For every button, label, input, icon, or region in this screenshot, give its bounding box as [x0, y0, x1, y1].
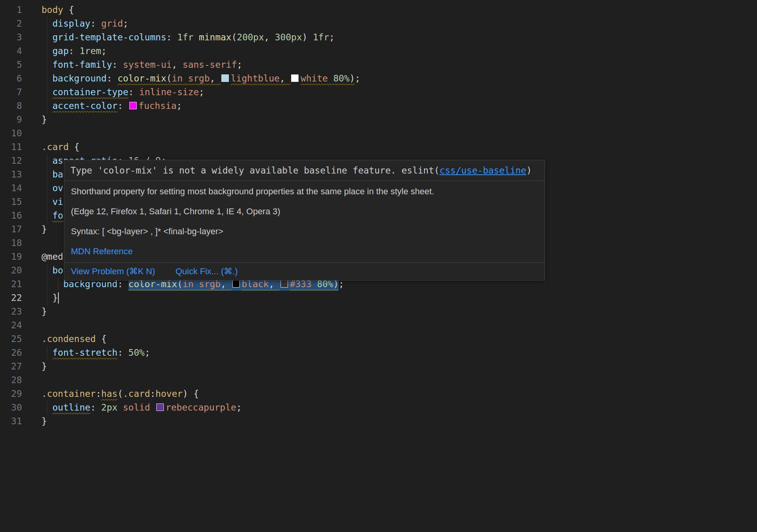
code-token: :: [118, 347, 129, 358]
line-number[interactable]: 11: [0, 140, 22, 154]
line-number[interactable]: 23: [0, 305, 22, 318]
code-token: [42, 279, 63, 289]
code-token: ;: [237, 60, 243, 70]
code-token: (: [118, 389, 123, 399]
line-number[interactable]: 4: [0, 44, 22, 58]
code-token: [328, 73, 333, 83]
code-content: .condensed {: [42, 332, 757, 346]
code-line-26[interactable]: 26 font-stretch: 50%;: [0, 346, 757, 360]
code-token: inline-size: [139, 87, 199, 97]
line-number[interactable]: 3: [0, 31, 22, 44]
code-line-7[interactable]: 7 container-type: inline-size;: [0, 85, 757, 99]
code-editor[interactable]: 1body {2 display: grid;3 grid-template-c…: [0, 0, 757, 532]
line-number[interactable]: 19: [0, 250, 22, 264]
line-number[interactable]: 30: [0, 401, 22, 414]
color-swatch[interactable]: [129, 102, 137, 109]
code-line-2[interactable]: 2 display: grid;: [0, 17, 757, 31]
color-swatch[interactable]: [221, 74, 229, 82]
code-line-3[interactable]: 3 grid-template-columns: 1fr minmax(200p…: [0, 31, 757, 44]
code-line-10[interactable]: 10: [0, 127, 757, 140]
code-token: {: [63, 5, 74, 15]
color-swatch[interactable]: [232, 280, 240, 288]
code-line-23[interactable]: 23}: [0, 305, 757, 318]
line-number[interactable]: 8: [0, 99, 22, 113]
code-token: [118, 402, 123, 413]
line-number[interactable]: 31: [0, 414, 22, 428]
line-number[interactable]: 1: [0, 3, 22, 17]
code-token: ,: [264, 32, 275, 42]
line-number[interactable]: 27: [0, 360, 22, 373]
code-token: has: [101, 389, 118, 399]
code-line-11[interactable]: 11.card {: [0, 140, 757, 154]
code-line-27[interactable]: 27}: [0, 360, 757, 373]
color-swatch[interactable]: [156, 404, 164, 411]
docs-browser-support: (Edge 12, Firefox 1, Safari 1, Chrome 1,…: [71, 206, 538, 217]
color-swatch[interactable]: [291, 74, 299, 82]
line-number[interactable]: 9: [0, 113, 22, 127]
code-token: :: [129, 87, 139, 97]
line-number[interactable]: 16: [0, 209, 22, 223]
code-content: accent-color: fuchsia;: [42, 99, 757, 113]
line-number[interactable]: 5: [0, 58, 22, 72]
line-number[interactable]: 14: [0, 181, 22, 195]
line-number[interactable]: 20: [0, 264, 22, 277]
code-content: }: [42, 414, 757, 428]
code-line-29[interactable]: 29.container:has(.card:hover) {: [0, 387, 757, 401]
code-line-1[interactable]: 1body {: [0, 3, 757, 17]
code-token: 1fr: [177, 32, 194, 42]
code-content: .container:has(.card:hover) {: [42, 387, 757, 401]
code-token: ;: [236, 402, 242, 413]
code-line-28[interactable]: 28: [0, 373, 757, 387]
hover-docs: Shorthand property for setting most back…: [64, 181, 545, 262]
line-number[interactable]: 6: [0, 72, 22, 85]
code-token: .container: [42, 389, 96, 399]
quick-fix-button[interactable]: Quick Fix... (⌘.): [176, 266, 238, 277]
line-number[interactable]: 2: [0, 17, 22, 31]
line-number[interactable]: 22: [0, 291, 22, 305]
mdn-reference-link[interactable]: MDN Reference: [71, 246, 133, 256]
line-number[interactable]: 10: [0, 127, 22, 140]
code-line-9[interactable]: 9}: [0, 113, 757, 127]
code-token: hover: [156, 389, 183, 399]
code-line-8[interactable]: 8 accent-color: fuchsia;: [0, 99, 757, 113]
line-number[interactable]: 7: [0, 85, 22, 99]
code-line-5[interactable]: 5 font-family: system-ui, sans-serif;: [0, 58, 757, 72]
indent-guide: [47, 181, 47, 195]
code-token: color-mix: [118, 73, 167, 83]
code-token: fo: [53, 210, 63, 221]
code-content: [42, 127, 757, 140]
code-token: :: [96, 389, 101, 399]
code-token: background: [53, 73, 107, 83]
code-line-6[interactable]: 6 background: color-mix(in srgb, lightbl…: [0, 72, 757, 85]
code-line-22[interactable]: 22 }: [0, 291, 757, 305]
code-token: ;: [355, 73, 360, 83]
line-number[interactable]: 17: [0, 223, 22, 236]
view-problem-button[interactable]: View Problem (⌘K N): [71, 266, 155, 277]
line-number[interactable]: 12: [0, 154, 22, 168]
code-token: sans-serif: [183, 60, 237, 70]
code-token: ,: [280, 73, 291, 83]
line-number[interactable]: 18: [0, 236, 22, 250]
code-line-24[interactable]: 24: [0, 318, 757, 332]
line-number[interactable]: 25: [0, 332, 22, 346]
line-number[interactable]: 28: [0, 373, 22, 387]
code-line-31[interactable]: 31}: [0, 414, 757, 428]
line-number[interactable]: 13: [0, 168, 22, 181]
line-number[interactable]: 29: [0, 387, 22, 401]
code-line-25[interactable]: 25.condensed {: [0, 332, 757, 346]
code-content: [42, 318, 757, 332]
color-swatch[interactable]: [281, 280, 288, 288]
line-number[interactable]: 24: [0, 318, 22, 332]
eslint-rule-link[interactable]: css/use-baseline: [440, 165, 527, 176]
code-token: accent-color: [53, 101, 118, 111]
code-line-4[interactable]: 4 gap: 1rem;: [0, 44, 757, 58]
code-line-30[interactable]: 30 outline: 2px solid rebeccapurple;: [0, 401, 757, 414]
code-content: }: [42, 113, 757, 127]
line-number[interactable]: 15: [0, 195, 22, 209]
line-number[interactable]: 26: [0, 346, 22, 360]
line-number[interactable]: 21: [0, 277, 22, 291]
code-token: ): [183, 389, 188, 399]
code-token: bo: [53, 265, 63, 275]
code-token: }: [42, 416, 47, 426]
code-token: ): [350, 73, 355, 83]
